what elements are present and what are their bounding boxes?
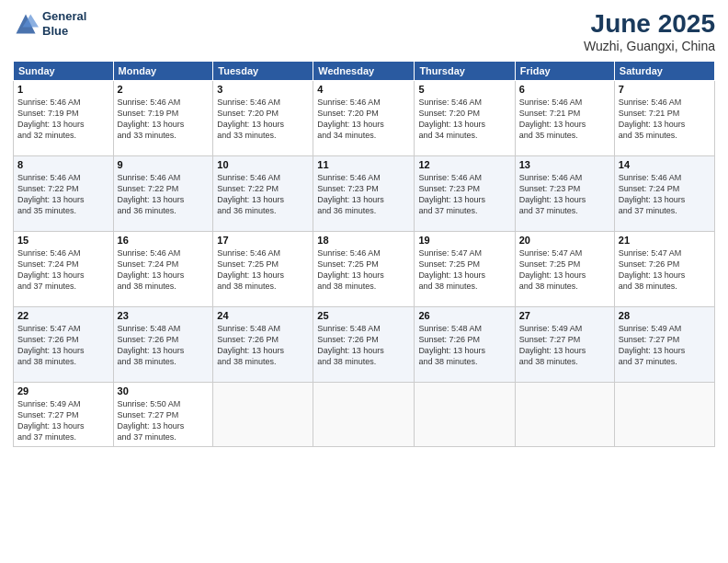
col-sunday: Sunday (14, 62, 114, 81)
day-number: 28 (619, 310, 711, 321)
header: General Blue June 2025 Wuzhi, Guangxi, C… (13, 9, 715, 53)
calendar-week-1: 1Sunrise: 5:46 AMSunset: 7:19 PMDaylight… (14, 81, 715, 156)
cell-info: Sunrise: 5:46 AMSunset: 7:25 PMDaylight:… (217, 247, 309, 293)
table-row (415, 383, 515, 447)
cell-info: Sunrise: 5:48 AMSunset: 7:26 PMDaylight:… (418, 323, 510, 368)
logo-text: General Blue (42, 9, 86, 38)
day-number: 6 (519, 84, 610, 95)
cell-info: Sunrise: 5:46 AMSunset: 7:19 PMDaylight:… (17, 97, 109, 142)
calendar-header-row: Sunday Monday Tuesday Wednesday Thursday… (14, 62, 715, 81)
logo-line1: General (42, 9, 86, 24)
cell-info: Sunrise: 5:46 AMSunset: 7:25 PMDaylight:… (317, 247, 410, 293)
col-monday: Monday (113, 62, 213, 81)
cell-info: Sunrise: 5:46 AMSunset: 7:23 PMDaylight:… (418, 172, 510, 217)
col-friday: Friday (515, 62, 614, 81)
day-number: 14 (619, 159, 711, 170)
cell-info: Sunrise: 5:46 AMSunset: 7:24 PMDaylight:… (118, 247, 210, 293)
day-number: 1 (17, 84, 109, 95)
cell-info: Sunrise: 5:46 AMSunset: 7:22 PMDaylight:… (17, 172, 109, 217)
cell-info: Sunrise: 5:46 AMSunset: 7:23 PMDaylight:… (519, 172, 610, 217)
cell-info: Sunrise: 5:46 AMSunset: 7:21 PMDaylight:… (619, 97, 711, 142)
cell-info: Sunrise: 5:49 AMSunset: 7:27 PMDaylight:… (519, 323, 610, 368)
day-number: 17 (217, 235, 309, 246)
day-number: 10 (217, 159, 309, 170)
cell-info: Sunrise: 5:49 AMSunset: 7:27 PMDaylight:… (619, 323, 711, 368)
cell-info: Sunrise: 5:49 AMSunset: 7:27 PMDaylight:… (17, 398, 109, 443)
day-number: 18 (317, 235, 410, 246)
table-row: 13Sunrise: 5:46 AMSunset: 7:23 PMDayligh… (515, 156, 614, 232)
cell-info: Sunrise: 5:46 AMSunset: 7:24 PMDaylight:… (619, 172, 711, 217)
table-row: 4Sunrise: 5:46 AMSunset: 7:20 PMDaylight… (313, 81, 415, 156)
table-row: 2Sunrise: 5:46 AMSunset: 7:19 PMDaylight… (113, 81, 213, 156)
calendar: Sunday Monday Tuesday Wednesday Thursday… (13, 61, 715, 447)
day-number: 27 (519, 310, 610, 321)
cell-info: Sunrise: 5:47 AMSunset: 7:25 PMDaylight:… (519, 247, 610, 293)
day-number: 2 (118, 84, 210, 95)
day-number: 26 (418, 310, 510, 321)
table-row: 15Sunrise: 5:46 AMSunset: 7:24 PMDayligh… (14, 232, 114, 307)
table-row: 11Sunrise: 5:46 AMSunset: 7:23 PMDayligh… (313, 156, 415, 232)
day-number: 22 (17, 310, 109, 321)
cell-info: Sunrise: 5:47 AMSunset: 7:26 PMDaylight:… (619, 247, 711, 293)
day-number: 8 (17, 159, 109, 170)
table-row: 21Sunrise: 5:47 AMSunset: 7:26 PMDayligh… (614, 232, 714, 307)
calendar-week-5: 29Sunrise: 5:49 AMSunset: 7:27 PMDayligh… (14, 383, 715, 447)
table-row: 6Sunrise: 5:46 AMSunset: 7:21 PMDaylight… (515, 81, 614, 156)
day-number: 25 (317, 310, 410, 321)
col-wednesday: Wednesday (313, 62, 415, 81)
month-title: June 2025 (584, 9, 715, 39)
table-row: 8Sunrise: 5:46 AMSunset: 7:22 PMDaylight… (14, 156, 114, 232)
logo-line2: Blue (42, 24, 86, 39)
day-number: 13 (519, 159, 610, 170)
table-row: 20Sunrise: 5:47 AMSunset: 7:25 PMDayligh… (515, 232, 614, 307)
cell-info: Sunrise: 5:48 AMSunset: 7:26 PMDaylight:… (317, 323, 410, 368)
table-row: 18Sunrise: 5:46 AMSunset: 7:25 PMDayligh… (313, 232, 415, 307)
table-row: 26Sunrise: 5:48 AMSunset: 7:26 PMDayligh… (415, 307, 515, 383)
day-number: 24 (217, 310, 309, 321)
cell-info: Sunrise: 5:50 AMSunset: 7:27 PMDaylight:… (118, 398, 210, 443)
table-row: 5Sunrise: 5:46 AMSunset: 7:20 PMDaylight… (415, 81, 515, 156)
table-row: 22Sunrise: 5:47 AMSunset: 7:26 PMDayligh… (14, 307, 114, 383)
day-number: 9 (118, 159, 210, 170)
col-thursday: Thursday (415, 62, 515, 81)
cell-info: Sunrise: 5:46 AMSunset: 7:23 PMDaylight:… (317, 172, 410, 217)
table-row (515, 383, 614, 447)
cell-info: Sunrise: 5:46 AMSunset: 7:20 PMDaylight:… (418, 97, 510, 142)
day-number: 12 (418, 159, 510, 170)
cell-info: Sunrise: 5:46 AMSunset: 7:24 PMDaylight:… (17, 247, 109, 293)
table-row: 28Sunrise: 5:49 AMSunset: 7:27 PMDayligh… (614, 307, 714, 383)
day-number: 30 (118, 385, 210, 396)
title-area: June 2025 Wuzhi, Guangxi, China (584, 9, 715, 53)
location: Wuzhi, Guangxi, China (584, 39, 715, 53)
table-row: 9Sunrise: 5:46 AMSunset: 7:22 PMDaylight… (113, 156, 213, 232)
day-number: 5 (418, 84, 510, 95)
table-row: 30Sunrise: 5:50 AMSunset: 7:27 PMDayligh… (113, 383, 213, 447)
day-number: 7 (619, 84, 711, 95)
cell-info: Sunrise: 5:47 AMSunset: 7:25 PMDaylight:… (418, 247, 510, 293)
table-row: 29Sunrise: 5:49 AMSunset: 7:27 PMDayligh… (14, 383, 114, 447)
table-row: 23Sunrise: 5:48 AMSunset: 7:26 PMDayligh… (113, 307, 213, 383)
table-row: 7Sunrise: 5:46 AMSunset: 7:21 PMDaylight… (614, 81, 714, 156)
table-row (213, 383, 313, 447)
cell-info: Sunrise: 5:46 AMSunset: 7:22 PMDaylight:… (217, 172, 309, 217)
day-number: 20 (519, 235, 610, 246)
day-number: 3 (217, 84, 309, 95)
table-row: 25Sunrise: 5:48 AMSunset: 7:26 PMDayligh… (313, 307, 415, 383)
calendar-week-3: 15Sunrise: 5:46 AMSunset: 7:24 PMDayligh… (14, 232, 715, 307)
table-row: 12Sunrise: 5:46 AMSunset: 7:23 PMDayligh… (415, 156, 515, 232)
table-row: 16Sunrise: 5:46 AMSunset: 7:24 PMDayligh… (113, 232, 213, 307)
table-row: 3Sunrise: 5:46 AMSunset: 7:20 PMDaylight… (213, 81, 313, 156)
page: General Blue June 2025 Wuzhi, Guangxi, C… (0, 0, 728, 563)
calendar-week-4: 22Sunrise: 5:47 AMSunset: 7:26 PMDayligh… (14, 307, 715, 383)
cell-info: Sunrise: 5:46 AMSunset: 7:20 PMDaylight:… (217, 97, 309, 142)
table-row: 24Sunrise: 5:48 AMSunset: 7:26 PMDayligh… (213, 307, 313, 383)
cell-info: Sunrise: 5:46 AMSunset: 7:19 PMDaylight:… (118, 97, 210, 142)
day-number: 19 (418, 235, 510, 246)
day-number: 23 (118, 310, 210, 321)
calendar-week-2: 8Sunrise: 5:46 AMSunset: 7:22 PMDaylight… (14, 156, 715, 232)
table-row: 17Sunrise: 5:46 AMSunset: 7:25 PMDayligh… (213, 232, 313, 307)
day-number: 15 (17, 235, 109, 246)
table-row: 1Sunrise: 5:46 AMSunset: 7:19 PMDaylight… (14, 81, 114, 156)
cell-info: Sunrise: 5:46 AMSunset: 7:21 PMDaylight:… (519, 97, 610, 142)
day-number: 29 (17, 385, 109, 396)
